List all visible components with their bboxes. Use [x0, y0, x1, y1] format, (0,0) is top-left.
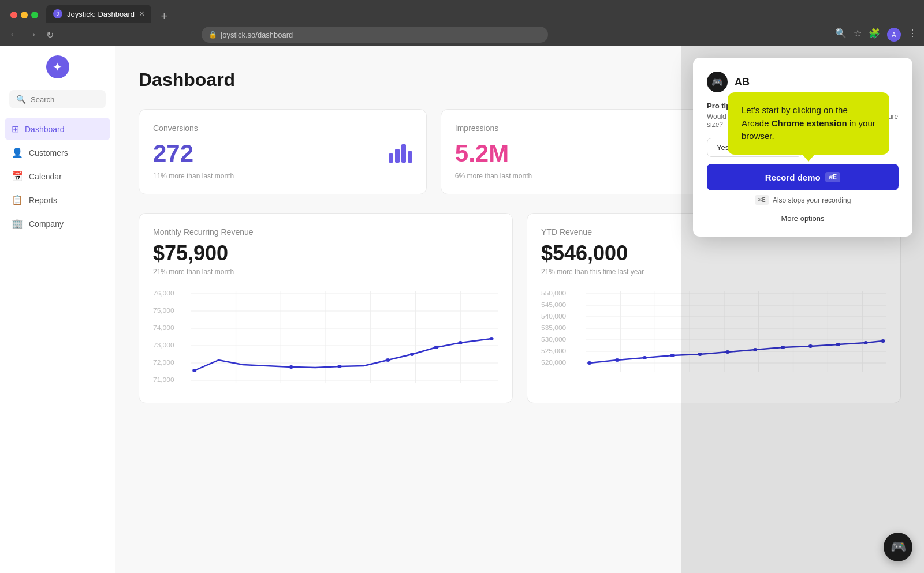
url-text: joystick.so/dashboard	[221, 31, 293, 39]
customers-icon: 👤	[12, 147, 23, 158]
search-icon[interactable]: 🔍	[835, 28, 847, 42]
svg-point-49	[615, 358, 619, 362]
floating-chat-button[interactable]: 🎮	[884, 533, 912, 561]
svg-text:550,000: 550,000	[541, 290, 566, 297]
svg-point-48	[587, 361, 591, 365]
revenue-card-mrr: Monthly Recurring Revenue $75,900 21% mo…	[139, 213, 513, 403]
popup-header: 🎮 AB	[707, 72, 899, 92]
conversions-sub: 11% more than last month	[153, 172, 412, 180]
svg-text:76,000: 76,000	[153, 290, 174, 297]
extensions-icon[interactable]: 🧩	[869, 28, 880, 42]
browser-window: J Joystick: Dashboard × + ← → ↻ 🔒 joysti…	[0, 0, 924, 573]
menu-icon[interactable]: ⋮	[908, 28, 917, 42]
conversions-row: 272	[153, 140, 412, 167]
mrr-sub: 21% more than last month	[153, 268, 498, 276]
record-btn-label: Record demo	[765, 173, 821, 182]
profile-avatar[interactable]: A	[887, 28, 901, 42]
svg-text:71,000: 71,000	[153, 377, 174, 383]
sidebar-logo-area: ✦	[0, 55, 115, 78]
sidebar-item-customers[interactable]: 👤 Customers	[5, 141, 110, 164]
svg-text:72,000: 72,000	[153, 359, 174, 366]
popup-logo: 🎮	[707, 72, 728, 92]
floating-btn-icon: 🎮	[891, 540, 906, 555]
app-wrapper: ✦ 🔍 ⊞ Dashboard 👤 Customers	[0, 46, 924, 573]
svg-point-21	[386, 358, 390, 362]
tab-close-button[interactable]: ×	[139, 9, 144, 19]
calendar-icon: 📅	[12, 171, 23, 182]
svg-text:535,000: 535,000	[541, 325, 566, 331]
svg-text:530,000: 530,000	[541, 336, 566, 343]
tab-title: Joystick: Dashboard	[67, 10, 135, 18]
metric-card-conversions: Conversions 272 11% more than	[139, 109, 427, 194]
tab-favicon: J	[53, 9, 62, 18]
svg-text:540,000: 540,000	[541, 313, 566, 320]
svg-text:75,000: 75,000	[153, 308, 174, 314]
tooltip-bubble: Let's start by clicking on the Arcade Ch…	[728, 92, 889, 155]
mrr-value: $75,900	[153, 241, 498, 265]
main-content: Dashboard Conversions 272	[116, 46, 924, 573]
impressions-value: 5.2M	[455, 140, 509, 167]
svg-point-22	[410, 353, 414, 356]
sidebar-label-company: Company	[29, 219, 64, 229]
dashboard-icon: ⊞	[12, 123, 19, 134]
logo-button[interactable]: ✦	[46, 55, 69, 78]
sidebar-item-dashboard[interactable]: ⊞ Dashboard	[5, 118, 110, 140]
window-controls	[5, 7, 44, 23]
browser-toolbar: 🔍 ☆ 🧩 A ⋮	[835, 28, 917, 42]
sidebar-label-customers: Customers	[29, 148, 68, 158]
impressions-sub: 6% more than last month	[455, 172, 714, 180]
svg-point-18	[192, 369, 196, 372]
address-bar[interactable]: 🔒 joystick.so/dashboard	[202, 27, 548, 43]
sidebar-label-calendar: Calendar	[29, 172, 62, 181]
popup-shortcut-info: ⌘E Also stops your recording	[707, 195, 899, 205]
sidebar-item-calendar[interactable]: 📅 Calendar	[5, 165, 110, 188]
conversions-value: 272	[153, 140, 193, 167]
sidebar-navigation: ⊞ Dashboard 👤 Customers 📅 Calendar 📋 Rep…	[0, 118, 115, 235]
new-tab-button[interactable]: +	[156, 10, 172, 23]
mrr-chart: 76,000 75,000 74,000 73,000 72,000 71,00…	[153, 285, 498, 389]
sidebar-item-company[interactable]: 🏢 Company	[5, 212, 110, 235]
bar-4	[408, 151, 412, 163]
svg-text:520,000: 520,000	[541, 359, 566, 366]
reload-button[interactable]: ↻	[44, 27, 56, 43]
reports-icon: 📋	[12, 194, 23, 205]
bar-1	[389, 153, 393, 163]
record-shortcut-badge: ⌘E	[825, 172, 840, 182]
sidebar-label-reports: Reports	[29, 196, 57, 205]
minimize-dot[interactable]	[21, 12, 28, 18]
svg-text:525,000: 525,000	[541, 348, 566, 354]
sidebar-item-reports[interactable]: 📋 Reports	[5, 189, 110, 211]
bar-3	[401, 144, 406, 163]
record-demo-button[interactable]: Record demo ⌘E	[707, 164, 899, 190]
content-wrapper: ✦ 🔍 ⊞ Dashboard 👤 Customers	[0, 46, 924, 573]
svg-point-19	[289, 365, 293, 369]
svg-point-50	[643, 356, 647, 359]
back-button[interactable]: ←	[7, 27, 21, 42]
navigation-bar: ← → ↻ 🔒 joystick.so/dashboard 🔍 ☆ 🧩 A ⋮	[0, 23, 924, 46]
fullscreen-dot[interactable]	[31, 12, 38, 18]
svg-point-25	[489, 337, 493, 340]
forward-button[interactable]: →	[25, 27, 39, 42]
bookmark-icon[interactable]: ☆	[854, 28, 862, 42]
search-bar[interactable]: 🔍	[9, 90, 106, 108]
svg-point-20	[337, 365, 341, 368]
impressions-label: Impressions	[455, 123, 714, 133]
close-dot[interactable]	[10, 12, 17, 18]
svg-text:74,000: 74,000	[153, 325, 174, 331]
svg-text:73,000: 73,000	[153, 342, 174, 349]
bar-2	[395, 149, 400, 163]
sidebar: ✦ 🔍 ⊞ Dashboard 👤 Customers	[0, 46, 116, 573]
shortcut-key: ⌘E	[755, 195, 769, 205]
browser-tab[interactable]: J Joystick: Dashboard ×	[46, 5, 151, 23]
popup-brand: AB	[735, 76, 750, 88]
tooltip-text-bold: Chrome extension	[772, 118, 847, 128]
svg-point-24	[459, 341, 463, 344]
svg-text:545,000: 545,000	[541, 302, 566, 308]
svg-point-51	[670, 354, 675, 357]
company-icon: 🏢	[12, 218, 23, 229]
bar-chart-icon	[389, 144, 412, 163]
mrr-label: Monthly Recurring Revenue	[153, 227, 498, 237]
conversions-label: Conversions	[153, 123, 412, 133]
search-input[interactable]	[31, 95, 128, 104]
more-options-link[interactable]: More options	[707, 214, 899, 223]
